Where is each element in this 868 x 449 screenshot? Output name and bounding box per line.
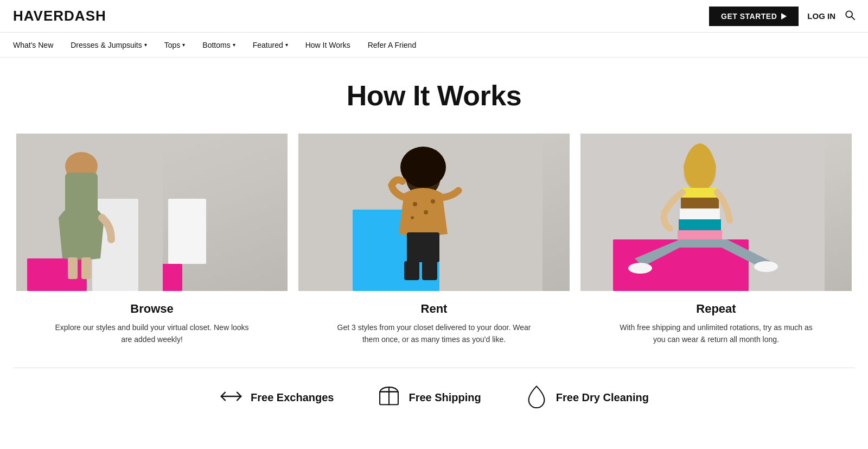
chevron-down-icon: ▾ bbox=[233, 42, 235, 48]
feature-shipping: Free Shipping bbox=[377, 384, 481, 412]
svg-point-32 bbox=[754, 261, 778, 272]
nav-link[interactable]: Dresses & Jumpsuits ▾ bbox=[71, 41, 146, 49]
repeat-illustration bbox=[580, 134, 825, 291]
card-browse: Browse Explore our styles and build your… bbox=[16, 134, 288, 346]
card-image-repeat bbox=[580, 134, 852, 291]
card-desc-rent: Get 3 styles from your closet delivered … bbox=[331, 321, 537, 346]
nav-item-dresses---jumpsuits[interactable]: Dresses & Jumpsuits ▾ bbox=[71, 41, 146, 49]
svg-point-15 bbox=[400, 147, 446, 188]
svg-rect-28 bbox=[680, 208, 720, 219]
nav-item-tops[interactable]: Tops ▾ bbox=[164, 41, 186, 49]
nav-item-featured[interactable]: Featured ▾ bbox=[253, 41, 288, 49]
card-rent: Rent Get 3 styles from your closet deliv… bbox=[298, 134, 570, 346]
svg-rect-30 bbox=[678, 230, 722, 240]
nav-link[interactable]: Refer A Friend bbox=[368, 41, 417, 49]
nav-link[interactable]: Bottoms ▾ bbox=[202, 41, 235, 49]
svg-point-16 bbox=[413, 202, 417, 206]
svg-rect-10 bbox=[68, 257, 78, 279]
login-link[interactable]: LOG IN bbox=[807, 11, 835, 21]
get-started-button[interactable]: GET STARTED bbox=[709, 7, 799, 26]
feature-exchanges-label: Free Exchanges bbox=[251, 391, 334, 404]
nav-link[interactable]: Featured ▾ bbox=[253, 41, 288, 49]
nav-link[interactable]: How It Works bbox=[305, 41, 350, 49]
svg-point-18 bbox=[431, 199, 435, 204]
svg-rect-21 bbox=[404, 261, 419, 280]
svg-point-0 bbox=[846, 11, 852, 17]
card-title-browse: Browse bbox=[130, 302, 173, 316]
svg-rect-5 bbox=[27, 258, 87, 291]
nav-item-what-s-new[interactable]: What's New bbox=[13, 41, 53, 49]
svg-rect-29 bbox=[679, 219, 721, 230]
nav-item-bottoms[interactable]: Bottoms ▾ bbox=[202, 41, 235, 49]
chevron-down-icon: ▾ bbox=[144, 42, 147, 48]
svg-rect-22 bbox=[422, 261, 437, 280]
svg-point-17 bbox=[424, 210, 428, 214]
svg-point-31 bbox=[628, 263, 652, 274]
feature-shipping-label: Free Shipping bbox=[409, 391, 481, 404]
card-title-repeat: Repeat bbox=[696, 302, 736, 316]
search-button[interactable] bbox=[844, 9, 855, 23]
features-bar: Free Exchanges Free Shipping bbox=[13, 368, 855, 422]
feature-dry-cleaning: Free Dry Cleaning bbox=[525, 384, 649, 412]
rent-illustration bbox=[298, 134, 542, 291]
browse-illustration bbox=[16, 134, 163, 291]
shipping-icon bbox=[377, 384, 401, 412]
page-title: How It Works bbox=[13, 79, 855, 112]
card-image-browse bbox=[16, 134, 288, 291]
chevron-down-icon: ▾ bbox=[182, 42, 185, 48]
svg-rect-26 bbox=[682, 188, 717, 198]
dry-cleaning-icon bbox=[525, 384, 548, 412]
svg-point-19 bbox=[411, 216, 414, 219]
nav-link[interactable]: What's New bbox=[13, 41, 53, 49]
card-image-rent bbox=[298, 134, 570, 291]
nav-link[interactable]: Tops ▾ bbox=[164, 41, 186, 49]
card-repeat: Repeat With free shipping and unlimited … bbox=[580, 134, 852, 346]
svg-rect-20 bbox=[407, 232, 439, 262]
svg-rect-11 bbox=[81, 257, 91, 279]
search-icon bbox=[844, 9, 855, 20]
card-desc-repeat: With free shipping and unlimited rotatio… bbox=[613, 321, 819, 346]
main-content: How It Works bbox=[0, 58, 868, 433]
exchanges-icon bbox=[219, 384, 243, 412]
feature-dry-cleaning-label: Free Dry Cleaning bbox=[556, 391, 649, 404]
feature-exchanges: Free Exchanges bbox=[219, 384, 334, 412]
svg-line-1 bbox=[852, 17, 854, 20]
main-nav: What's NewDresses & Jumpsuits ▾Tops ▾Bot… bbox=[0, 33, 868, 58]
chevron-down-icon: ▾ bbox=[285, 42, 288, 48]
play-icon bbox=[781, 13, 787, 20]
card-desc-browse: Explore our styles and build your virtua… bbox=[49, 321, 255, 346]
site-header: HAVERDASH GET STARTED LOG IN bbox=[0, 0, 868, 33]
nav-item-how-it-works[interactable]: How It Works bbox=[305, 41, 350, 49]
card-title-rent: Rent bbox=[421, 302, 448, 316]
svg-rect-27 bbox=[681, 198, 719, 208]
nav-item-refer-a-friend[interactable]: Refer A Friend bbox=[368, 41, 417, 49]
logo[interactable]: HAVERDASH bbox=[13, 8, 106, 24]
how-it-works-cards: Browse Explore our styles and build your… bbox=[16, 134, 852, 346]
